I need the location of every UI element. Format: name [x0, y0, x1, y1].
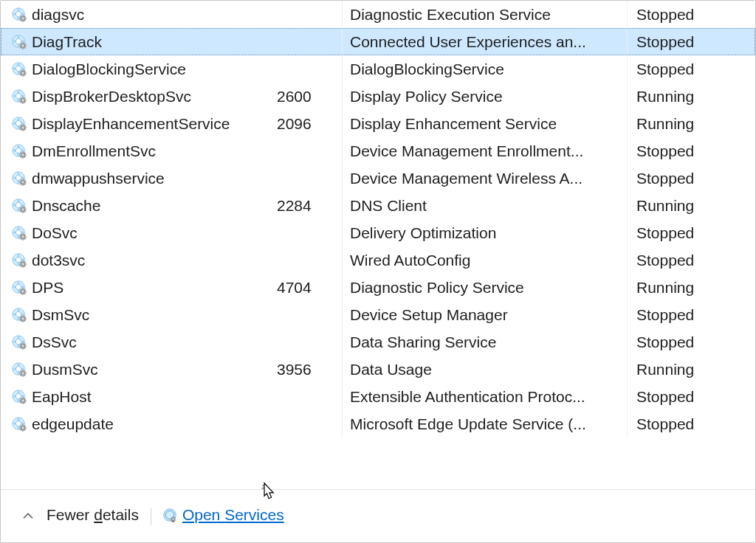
service-name: DiagTrack	[32, 33, 102, 51]
service-description-cell: Data Usage	[342, 356, 627, 383]
svg-point-194	[172, 518, 173, 519]
service-name-cell: dmwappushservice	[11, 170, 277, 187]
service-row[interactable]: DsSvcData Sharing ServiceStopped	[1, 328, 755, 356]
service-gear-icon	[11, 170, 27, 187]
service-row[interactable]: DispBrokerDesktopSvc2600Display Policy S…	[1, 83, 755, 110]
svg-point-1	[16, 11, 21, 16]
service-name: diagsvc	[32, 6, 84, 24]
svg-line-55	[21, 125, 21, 125]
service-name: DmEnrollmentSvc	[32, 142, 156, 160]
svg-point-61	[16, 148, 21, 153]
chevron-up-icon[interactable]	[21, 509, 35, 522]
svg-line-46	[24, 97, 25, 98]
svg-line-163	[21, 370, 21, 371]
svg-line-187	[21, 425, 21, 426]
service-name: DialogBlockingService	[32, 60, 186, 78]
svg-line-166	[24, 370, 25, 371]
svg-line-151	[21, 343, 21, 344]
service-row[interactable]: DsmSvcDevice Setup ManagerStopped	[1, 301, 755, 328]
service-row[interactable]: edgeupdateMicrosoft Edge Update Service …	[1, 410, 755, 437]
svg-point-85	[16, 202, 21, 207]
service-description-cell: Device Setup Manager	[342, 301, 627, 328]
service-status-cell: Running	[627, 83, 736, 110]
svg-point-121	[16, 284, 21, 289]
service-pid-cell	[277, 55, 342, 83]
open-prefix: Open	[182, 506, 224, 523]
service-name-cell: DmEnrollmentSvc	[11, 142, 277, 160]
task-manager-services-panel: diagsvcDiagnostic Execution ServiceStopp…	[0, 0, 756, 543]
service-row[interactable]: DmEnrollmentSvcDevice Management Enrollm…	[1, 137, 755, 165]
service-pid-cell	[277, 165, 342, 192]
footer-bar: Fewer details Open Services	[1, 489, 755, 542]
svg-line-80	[24, 184, 25, 184]
svg-line-93	[21, 211, 21, 212]
service-row[interactable]: dot3svcWired AutoConfigStopped	[1, 246, 755, 274]
svg-line-69	[21, 156, 21, 157]
service-description-cell: Display Policy Service	[342, 83, 627, 110]
service-name-cell: dot3svc	[11, 252, 277, 269]
svg-line-128	[24, 293, 25, 294]
service-row[interactable]: EapHostExtensible Authentication Protoc.…	[1, 383, 755, 410]
services-list[interactable]: diagsvcDiagnostic Execution ServiceStopp…	[1, 1, 755, 489]
svg-line-106	[24, 234, 25, 235]
service-pid-cell	[277, 246, 342, 274]
svg-line-139	[21, 316, 21, 317]
service-status-cell: Stopped	[627, 219, 736, 246]
open-services-link[interactable]: Open Services	[162, 506, 284, 524]
service-status-cell: Stopped	[627, 301, 736, 328]
svg-line-178	[24, 398, 25, 398]
svg-point-119	[22, 263, 24, 265]
svg-line-57	[21, 129, 21, 130]
svg-point-145	[16, 339, 21, 344]
service-description-cell: Microsoft Edge Update Service (...	[342, 410, 627, 437]
service-row[interactable]: DialogBlockingServiceDialogBlockingServi…	[1, 55, 755, 83]
service-row[interactable]: Dnscache2284DNS ClientRunning	[1, 192, 755, 219]
service-pid-cell	[277, 328, 342, 356]
service-name: DPS	[32, 279, 63, 297]
svg-line-32	[24, 75, 25, 75]
footer-divider	[151, 508, 151, 525]
svg-point-167	[22, 372, 24, 374]
service-row[interactable]: DisplayEnhancementService2096Display Enh…	[1, 110, 755, 137]
svg-line-129	[21, 293, 21, 294]
service-row[interactable]: DoSvcDelivery OptimizationStopped	[1, 219, 755, 246]
svg-line-34	[24, 70, 25, 71]
svg-line-19	[21, 43, 21, 44]
svg-line-81	[21, 184, 21, 184]
svg-point-131	[22, 290, 24, 292]
svg-line-189	[21, 429, 21, 430]
svg-line-45	[21, 102, 21, 103]
service-row[interactable]: DiagTrackConnected User Experiences an..…	[1, 28, 755, 55]
service-name: dot3svc	[32, 252, 85, 269]
service-row[interactable]: diagsvcDiagnostic Execution ServiceStopp…	[1, 1, 755, 28]
service-gear-icon	[162, 507, 178, 523]
svg-line-20	[24, 47, 25, 48]
service-description-cell: Extensible Authentication Protoc...	[342, 383, 627, 410]
service-status-cell: Running	[627, 110, 736, 137]
service-pid-cell	[277, 1, 342, 28]
fewer-details-button[interactable]: Fewer details	[47, 506, 139, 524]
svg-point-83	[22, 181, 24, 183]
svg-line-152	[24, 347, 25, 348]
svg-line-44	[24, 102, 25, 103]
svg-point-47	[22, 99, 24, 101]
service-row[interactable]: DusmSvc3956Data UsageRunning	[1, 356, 755, 383]
service-description-cell: DialogBlockingService	[342, 55, 627, 83]
svg-point-35	[22, 72, 24, 74]
service-pid-cell: 2096	[277, 110, 342, 137]
fewer-prefix: Fewer	[47, 506, 94, 523]
service-pid-cell	[277, 410, 342, 437]
service-row[interactable]: dmwappushserviceDevice Management Wirele…	[1, 165, 755, 192]
service-status-cell: Stopped	[627, 246, 736, 274]
service-gear-icon	[11, 7, 27, 23]
svg-point-191	[22, 426, 24, 429]
service-name: DsmSvc	[32, 306, 89, 324]
svg-line-43	[21, 97, 21, 98]
svg-line-141	[21, 320, 21, 321]
svg-line-116	[24, 266, 25, 266]
service-status-cell: Running	[627, 356, 736, 383]
svg-line-176	[24, 402, 25, 403]
service-row[interactable]: DPS4704Diagnostic Policy ServiceRunning	[1, 274, 755, 301]
service-gear-icon	[11, 416, 27, 432]
open-suffix: ervices	[235, 506, 284, 523]
